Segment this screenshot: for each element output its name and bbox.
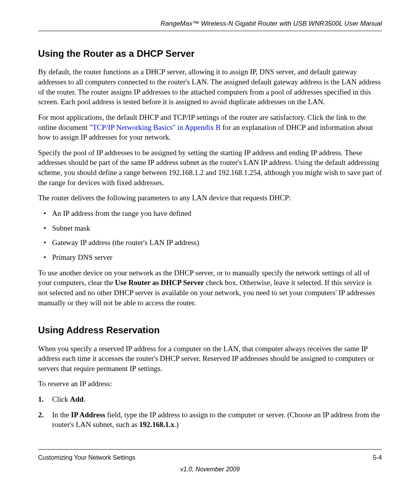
section-heading-dhcp: Using the Router as a DHCP Server xyxy=(38,47,382,60)
list-item: In the IP Address field, type the IP add… xyxy=(38,410,382,430)
body-paragraph: By default, the router functions as a DH… xyxy=(38,67,382,107)
bold-text: IP Address xyxy=(71,411,105,419)
text-run: . xyxy=(84,395,86,403)
text-run: Click xyxy=(52,395,70,403)
bold-text: Add xyxy=(70,395,84,403)
footer-section-name: Customizing Your Network Settings xyxy=(38,453,135,462)
text-run: .) xyxy=(174,420,178,429)
footer: Customizing Your Network Settings 5-4 v1… xyxy=(38,449,382,473)
list-item: Primary DNS server xyxy=(38,252,382,262)
bold-text: 192.168.1.x xyxy=(139,420,174,429)
ordered-steps: Click Add. In the IP Address field, type… xyxy=(38,394,382,430)
section-heading-reservation: Using Address Reservation xyxy=(38,324,382,336)
body-paragraph: The router delivers the following parame… xyxy=(38,193,382,203)
body-paragraph: For most applications, the default DHCP … xyxy=(38,112,382,142)
footer-page-number: 5-4 xyxy=(373,453,382,462)
link-appendix-b[interactable]: "TCP/IP Networking Basics" in Appendix B xyxy=(89,123,220,131)
list-item: Gateway IP address (the router's LAN IP … xyxy=(38,238,382,248)
text-run: In the xyxy=(52,411,71,419)
list-item: Click Add. xyxy=(38,394,382,404)
page-header: RangeMax™ Wireless-N Gigabit Router with… xyxy=(38,19,382,31)
list-item: An IP address from the range you have de… xyxy=(38,208,382,219)
footer-version: v1.0, November 2009 xyxy=(38,465,382,474)
bullet-list: An IP address from the range you have de… xyxy=(38,208,382,262)
body-paragraph: When you specify a reserved IP address f… xyxy=(38,344,382,374)
body-paragraph: To use another device on your network as… xyxy=(38,268,382,308)
body-paragraph: Specify the pool of IP addresses to be a… xyxy=(38,148,382,188)
body-paragraph: To reserve an IP address: xyxy=(38,379,382,389)
bold-text: Use Router as DHCP Server xyxy=(115,278,204,287)
list-item: Subnet mask xyxy=(38,223,382,233)
